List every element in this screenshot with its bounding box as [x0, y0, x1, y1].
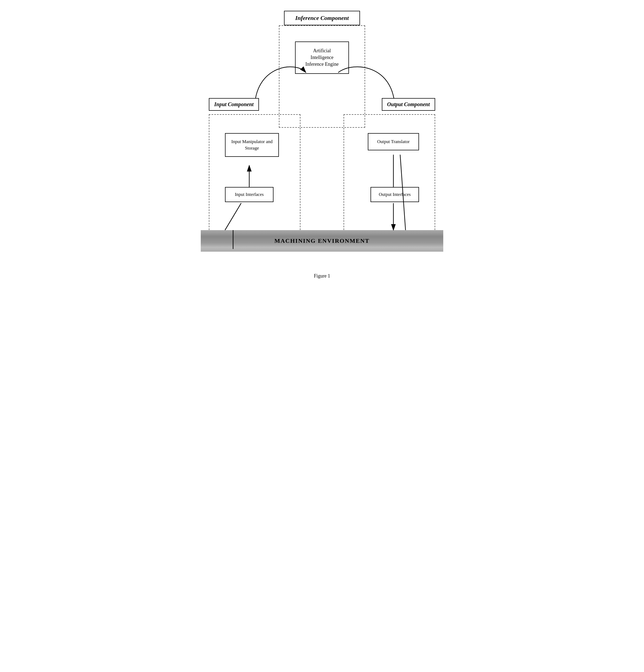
input-manipulator-label: Input Manipulator and Storage — [231, 139, 273, 151]
inference-dashed-box — [279, 25, 365, 128]
inference-component-title: Inference Component — [284, 11, 360, 25]
machining-environment-label: MACHINING ENVIRONMENT — [274, 237, 369, 244]
figure-caption: Figure 1 — [314, 273, 330, 279]
input-interfaces-label: Input Interfaces — [235, 192, 263, 197]
output-interfaces-box: Output Interfaces — [370, 187, 419, 202]
input-manipulator-box: Input Manipulator and Storage — [225, 133, 279, 157]
diagram-wrapper: Artificial Intelligence Inference Engine… — [201, 25, 443, 268]
output-component-label: Output Component — [382, 98, 435, 111]
ai-engine-label: Artificial Intelligence Inference Engine — [305, 48, 338, 67]
input-interfaces-box: Input Interfaces — [225, 187, 274, 202]
machining-environment-bar: MACHINING ENVIRONMENT — [201, 230, 443, 252]
diagram-container: Inference Component Artificial Intellige… — [201, 11, 443, 279]
input-component-label: Input Component — [209, 98, 259, 111]
output-translator-box: Output Translator — [368, 133, 419, 151]
ai-engine-box: Artificial Intelligence Inference Engine — [295, 41, 349, 74]
output-translator-label: Output Translator — [377, 139, 409, 144]
output-interfaces-label: Output Interfaces — [379, 192, 411, 197]
